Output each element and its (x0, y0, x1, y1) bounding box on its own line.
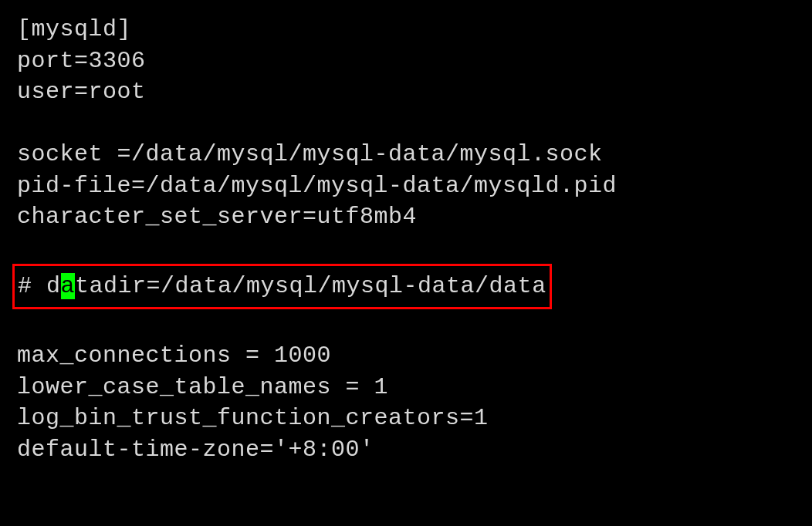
config-line-charset: character_set_server=utf8mb4 (17, 201, 795, 233)
blank-line (17, 233, 795, 265)
config-line-datadir-prefix: # d (18, 273, 61, 299)
config-line-lowercase: lower_case_table_names = 1 (17, 372, 795, 403)
config-line-section: [mysqld] (17, 14, 795, 46)
highlighted-line-container: # datadir=/data/mysql/mysql-data/data (17, 264, 795, 309)
config-line-port: port=3306 (17, 46, 795, 77)
config-line-datadir-suffix: tadir=/data/mysql/mysql-data/data (75, 273, 546, 299)
config-line-pidfile: pid-file=/data/mysql/mysql-data/mysqld.p… (17, 170, 795, 202)
highlight-box: # datadir=/data/mysql/mysql-data/data (12, 264, 552, 309)
blank-line (17, 108, 795, 140)
editor-cursor[interactable]: a (61, 273, 76, 299)
config-line-timezone: default-time-zone='+8:00' (17, 434, 795, 466)
config-line-user: user=root (17, 76, 795, 108)
config-line-maxconn: max_connections = 1000 (17, 340, 795, 372)
config-line-logbin: log_bin_trust_function_creators=1 (17, 403, 795, 434)
config-line-socket: socket =/data/mysql/mysql-data/mysql.soc… (17, 139, 795, 170)
blank-line (17, 309, 795, 341)
